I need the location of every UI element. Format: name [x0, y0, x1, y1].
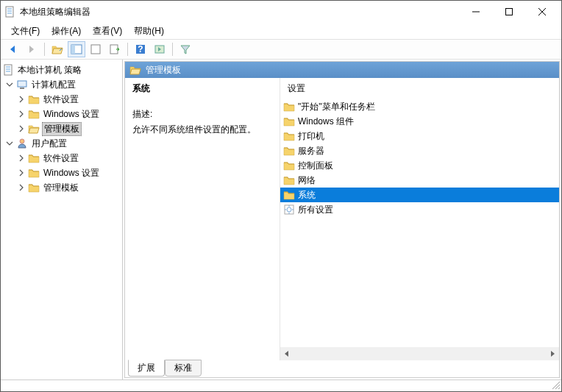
- toolbar-separator: [127, 43, 128, 56]
- list-item[interactable]: 网络: [280, 173, 559, 188]
- list-item-label: 所有设置: [298, 204, 333, 216]
- properties-button[interactable]: [87, 41, 104, 57]
- horizontal-scrollbar[interactable]: [280, 347, 559, 360]
- list-item-label: 网络: [298, 174, 316, 187]
- folder-icon: [28, 152, 40, 164]
- filter-button[interactable]: [177, 41, 194, 57]
- list-item[interactable]: 所有设置: [280, 202, 559, 217]
- list-item-label: "开始"菜单和任务栏: [298, 101, 375, 113]
- menu-view[interactable]: 查看(V): [87, 24, 128, 39]
- list-item-label: 控制面板: [298, 160, 333, 172]
- list-items-container: "开始"菜单和任务栏Windows 组件打印机服务器控制面板网络系统所有设置: [280, 99, 559, 347]
- folder-icon: [283, 115, 295, 127]
- title-bar: 本地组策略编辑器: [1, 1, 561, 23]
- list-item[interactable]: 服务器: [280, 143, 559, 158]
- app-icon: [4, 6, 15, 18]
- folder-icon: [28, 167, 40, 179]
- list-item[interactable]: "开始"菜单和任务栏: [280, 99, 559, 114]
- close-button[interactable]: [525, 1, 558, 23]
- tree-computer-config[interactable]: 计算机配置: [1, 77, 122, 92]
- details-pane: 管理模板 系统 描述: 允许不同系统组件设置的配置。 设置 "开始"菜单和任务栏…: [124, 61, 560, 378]
- svg-rect-6: [505, 9, 512, 15]
- folder-icon: [283, 174, 295, 186]
- menu-action[interactable]: 操作(A): [46, 24, 87, 39]
- scroll-track[interactable]: [294, 347, 546, 360]
- scroll-left-button[interactable]: [280, 347, 294, 360]
- list-column-header[interactable]: 设置: [280, 78, 559, 99]
- tree-label: 软件设置: [42, 93, 80, 106]
- tree-comp-windows[interactable]: Windows 设置: [1, 107, 122, 121]
- tree-user-software[interactable]: 软件设置: [1, 151, 122, 165]
- svg-rect-8: [71, 45, 75, 54]
- tree-root[interactable]: 本地计算机 策略: [1, 63, 122, 77]
- toolbar-separator: [44, 43, 45, 56]
- maximize-button[interactable]: [492, 1, 525, 23]
- minimize-button[interactable]: [459, 1, 492, 23]
- twisty-closed-icon[interactable]: [17, 168, 26, 177]
- list-item-label: Windows 组件: [298, 115, 354, 128]
- tree-pane[interactable]: 本地计算机 策略 计算机配置 软件设置 Windows 设置 管理模板 用户配置: [1, 60, 123, 379]
- tree-comp-software[interactable]: 软件设置: [1, 92, 122, 107]
- list-item[interactable]: 控制面板: [280, 158, 559, 173]
- settings-list: 设置 "开始"菜单和任务栏Windows 组件打印机服务器控制面板网络系统所有设…: [280, 78, 559, 360]
- folder-icon: [283, 189, 295, 201]
- tree-user-config[interactable]: 用户配置: [1, 136, 122, 151]
- details-title: 管理模板: [146, 64, 181, 76]
- list-item[interactable]: Windows 组件: [280, 114, 559, 129]
- twisty-closed-icon[interactable]: [17, 110, 26, 118]
- tree-user-admin-templates[interactable]: 管理模板: [1, 180, 122, 195]
- user-icon: [16, 138, 28, 149]
- back-button[interactable]: [4, 41, 21, 57]
- selected-item-name: 系统: [132, 82, 272, 95]
- svg-text:?: ?: [138, 44, 143, 54]
- list-item-label: 服务器: [298, 145, 324, 157]
- twisty-closed-icon[interactable]: [17, 124, 26, 133]
- computer-icon: [16, 79, 28, 90]
- twisty-closed-icon[interactable]: [17, 183, 26, 192]
- tree-comp-admin-templates[interactable]: 管理模板: [1, 121, 122, 136]
- folder-icon: [283, 160, 295, 171]
- details-header: 管理模板: [125, 62, 559, 78]
- window-title: 本地组策略编辑器: [20, 6, 459, 18]
- export-button[interactable]: [106, 41, 124, 57]
- description-text: 允许不同系统组件设置的配置。: [132, 124, 272, 136]
- tab-standard[interactable]: 标准: [165, 360, 202, 377]
- toolbar: ?: [1, 39, 561, 60]
- status-bar: [1, 379, 561, 391]
- toolbar-separator: [172, 43, 173, 56]
- menu-help[interactable]: 帮助(H): [128, 24, 170, 39]
- content-area: 本地计算机 策略 计算机配置 软件设置 Windows 设置 管理模板 用户配置: [1, 60, 561, 379]
- doc-icon: [2, 64, 14, 76]
- twisty-open-icon[interactable]: [5, 80, 14, 89]
- twisty-closed-icon[interactable]: [17, 95, 26, 104]
- folder-icon: [28, 108, 40, 120]
- list-item[interactable]: 打印机: [280, 129, 559, 143]
- tree-label: 管理模板: [42, 182, 80, 194]
- folder-icon: [283, 101, 295, 113]
- folder-icon: [283, 130, 295, 142]
- folder-open-icon: [28, 123, 40, 135]
- settings-icon: [283, 204, 295, 215]
- menu-bar: 文件(F) 操作(A) 查看(V) 帮助(H): [1, 23, 561, 39]
- tree-user-windows[interactable]: Windows 设置: [1, 165, 122, 180]
- menu-file[interactable]: 文件(F): [5, 24, 46, 39]
- list-item-label: 打印机: [298, 130, 324, 143]
- options-button[interactable]: [151, 41, 168, 57]
- help-button[interactable]: ?: [132, 41, 149, 57]
- list-item[interactable]: 系统: [280, 188, 559, 202]
- tree-label: 软件设置: [42, 152, 80, 165]
- show-tree-button[interactable]: [68, 41, 85, 57]
- folder-icon: [28, 182, 40, 193]
- twisty-closed-icon[interactable]: [17, 154, 26, 163]
- forward-button[interactable]: [23, 41, 40, 57]
- scroll-right-button[interactable]: [546, 347, 559, 360]
- tab-extended[interactable]: 扩展: [128, 360, 165, 377]
- tree-label: 用户配置: [30, 138, 68, 150]
- folder-icon: [283, 145, 295, 157]
- resize-grip-icon[interactable]: [551, 380, 561, 391]
- description-panel: 系统 描述: 允许不同系统组件设置的配置。: [125, 78, 280, 360]
- twisty-open-icon[interactable]: [5, 139, 14, 148]
- tree-label: 本地计算机 策略: [16, 64, 83, 76]
- view-tabs: 扩展 标准: [125, 360, 559, 377]
- up-button[interactable]: [49, 41, 66, 57]
